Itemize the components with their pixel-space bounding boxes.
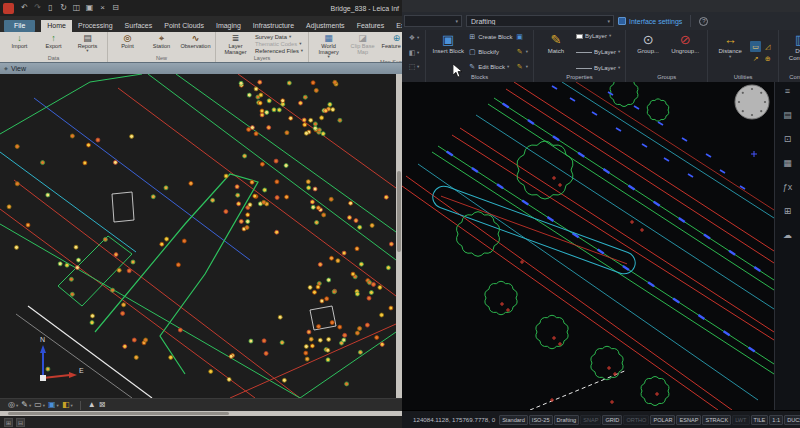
dropdown-value: ByLayer — [585, 33, 607, 39]
status-toggle-iso25[interactable]: ISO-25 — [529, 415, 553, 425]
tab-file[interactable]: File — [4, 20, 35, 32]
status-toggle-tile[interactable]: TILE — [751, 415, 769, 425]
observation-button[interactable]: ∿Observation — [179, 33, 212, 55]
edit-block-button[interactable]: ✎Edit Block▾ — [468, 63, 512, 71]
menu-referenced-files[interactable]: Referenced Files▾ — [255, 48, 303, 54]
cloud-icon[interactable]: ☁ — [783, 230, 792, 240]
menu-survey-data[interactable]: Survey Data▾ — [255, 34, 303, 40]
window-icon[interactable]: ⊟ — [109, 0, 122, 16]
view-cube-button[interactable]: ▣▾ — [48, 399, 59, 411]
redo-icon[interactable]: ↷ — [31, 0, 44, 16]
tab-point-clouds[interactable]: Point Clouds — [158, 20, 210, 32]
import-button[interactable]: ↓Import — [3, 33, 36, 55]
tab-home[interactable]: Home — [41, 20, 72, 32]
reports-button[interactable]: ▤Reports▾ — [71, 33, 104, 55]
blockify-button[interactable]: ▢Blockify — [468, 48, 512, 56]
box-icon[interactable]: ▣ — [83, 0, 96, 16]
view-tab[interactable]: ⌖ View — [0, 62, 402, 74]
send-icon[interactable]: × — [96, 0, 109, 16]
left-drawing-canvas[interactable]: NE — [0, 74, 396, 398]
sync-icon[interactable]: ↻ — [57, 0, 70, 16]
ribbon-group-label: Data — [1, 55, 106, 62]
tab-imaging[interactable]: Imaging — [210, 20, 247, 32]
measure-tool-button[interactable]: ✎▾ — [21, 399, 31, 411]
insert-block-button[interactable]: ▣Insert Block — [431, 32, 465, 73]
archive-icon[interactable]: ◫ — [70, 0, 83, 16]
bylayer-dropdown-0[interactable]: ByLayer▾ — [576, 33, 620, 39]
button-label: Edit Block — [478, 64, 505, 70]
export-icon: ↑ — [51, 33, 56, 43]
left-horizontal-scrollbar[interactable] — [0, 411, 402, 416]
undo-icon[interactable]: ↶ — [18, 0, 31, 16]
tab-infrastructure[interactable]: Infrastructure — [247, 20, 300, 32]
status-toggle-standard[interactable]: Standard — [499, 415, 528, 425]
partial-tool-0[interactable]: ❖▾ — [408, 34, 419, 42]
group-button[interactable]: ⊙Group... — [631, 32, 665, 73]
layer-manager-button[interactable]: ≣Layer Manager — [219, 33, 252, 55]
dropdown-arrow-icon: ▾ — [417, 36, 419, 40]
right-drawing-canvas[interactable] — [402, 82, 774, 410]
attachments-icon[interactable]: ⊡ — [784, 134, 792, 144]
area-measure-button[interactable]: ▭ — [750, 41, 761, 52]
match-properties-icon: ✎ — [550, 32, 561, 48]
dwg-compare-button[interactable]: ▥Dwg Compare — [784, 32, 800, 73]
attribute-edit-button[interactable]: ✎▾ — [516, 63, 528, 71]
cone-view-button[interactable]: ▲ — [88, 399, 96, 411]
remove-view-icon[interactable]: ⊟ — [16, 418, 25, 427]
station-button[interactable]: ⌖Station — [145, 33, 178, 55]
ribbon-group-label: Blocks — [428, 73, 531, 82]
id-point-button[interactable]: ↗ — [750, 53, 761, 64]
status-toggle-lwt[interactable]: LWT — [732, 415, 749, 425]
add-view-icon[interactable]: ⊞ — [4, 418, 13, 427]
ribbon-tab-bar: FileHomeProcessingSurfacesPoint CloudsIm… — [0, 16, 402, 32]
layers-icon[interactable]: ▤ — [783, 110, 792, 120]
sheets-icon[interactable]: ▦ — [783, 158, 792, 168]
status-toggle-esnap[interactable]: ESNAP — [676, 415, 701, 425]
parameters-icon[interactable]: ƒx — [783, 182, 793, 192]
menu-thematic-codes[interactable]: Thematic Codes▾ — [255, 41, 303, 47]
status-toggle-grid[interactable]: GRID — [602, 415, 622, 425]
profile-combobox[interactable]: ▾ — [404, 15, 462, 27]
mass-properties-button[interactable]: ⊕ — [762, 53, 773, 64]
select-tool-button[interactable]: ▭▾ — [34, 399, 45, 411]
match-properties-button[interactable]: ✎Match — [539, 32, 573, 73]
tab-features[interactable]: Features — [351, 20, 391, 32]
bylayer-dropdown-1[interactable]: ByLayer▾ — [576, 49, 620, 55]
left-ribbon: ↓Import↑Export▤Reports▾Data◎Point⌖Statio… — [0, 32, 402, 62]
status-toggle-snap[interactable]: SNAP — [580, 415, 601, 425]
interface-settings-button[interactable]: Interface settings — [618, 17, 682, 25]
status-toggle-drafting[interactable]: Drafting — [554, 415, 580, 425]
attribute-tool-button[interactable]: ✎▾ — [516, 48, 528, 56]
esri-world-imagery-button[interactable]: ▦World Imagery▾ — [312, 33, 345, 59]
status-toggle-strack[interactable]: STRACK — [702, 415, 731, 425]
point-button[interactable]: ◎Point — [111, 33, 144, 55]
block-library-button[interactable]: ▣ — [516, 33, 528, 41]
create-block-button[interactable]: ⊞Create Block — [468, 33, 512, 41]
dropdown-arrow-icon: ▾ — [57, 403, 59, 408]
clip-base-map-button[interactable]: ◪Clip Base Map — [346, 33, 379, 59]
tab-processing[interactable]: Processing — [72, 20, 119, 32]
feature-info-button[interactable]: ⊕Feature Info — [380, 33, 402, 59]
ungroup-button[interactable]: ⊘Ungroup... — [668, 32, 702, 73]
settings-sliders-icon[interactable]: ≡ — [785, 86, 790, 96]
bylayer-dropdown-2[interactable]: ByLayer▾ — [576, 65, 620, 71]
status-toggle-ducs[interactable]: DUCS — [784, 415, 800, 425]
help-icon[interactable]: ? — [699, 17, 708, 26]
left-titlebar: ↶↷▯↻◫▣×⊟ Bridge_838 - Leica Inf — [0, 0, 402, 16]
workspace-combobox[interactable]: Drafting ▾ — [466, 15, 614, 27]
status-toggle-ortho[interactable]: ORTHO — [623, 415, 649, 425]
zoom-fit-button[interactable]: ⊠ — [99, 399, 106, 411]
partial-tool-1[interactable]: ◧▾ — [408, 49, 419, 57]
structure-icon[interactable]: ⊞ — [784, 206, 792, 216]
tab-surfaces[interactable]: Surfaces — [119, 20, 159, 32]
paint-style-button[interactable]: ◧▾ — [62, 399, 73, 411]
tab-adjustments[interactable]: Adjustments — [300, 20, 351, 32]
orbit-tool-button[interactable]: ◎▾ — [8, 399, 18, 411]
angle-measure-button[interactable]: ◿ — [762, 41, 773, 52]
status-toggle-11[interactable]: 1:1 — [769, 415, 783, 425]
partial-tool-2[interactable]: ⬚▾ — [408, 63, 419, 71]
distance-button[interactable]: ↔Distance▾ — [713, 32, 747, 73]
export-button[interactable]: ↑Export — [37, 33, 70, 55]
delete-icon[interactable]: ▯ — [44, 0, 57, 16]
status-toggle-polar[interactable]: POLAR — [650, 415, 675, 425]
